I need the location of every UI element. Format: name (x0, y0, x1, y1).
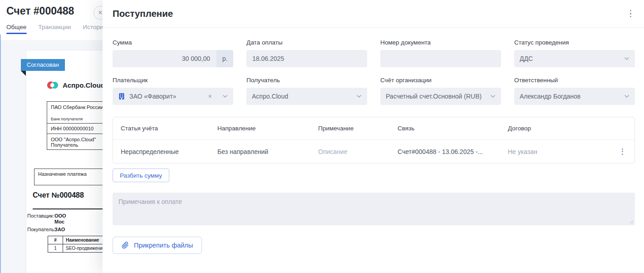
org-account-select[interactable]: Расчетный счет.Основной (RUB) (380, 88, 501, 105)
income-modal: Поступление Сумма 30 000,00 р. Дата опла… (103, 0, 644, 273)
field-responsible: Ответственный Александр Богданов (514, 77, 635, 105)
invoice-items-table: # Наименование 1 SEO-продвижение (48, 236, 103, 253)
notes-wrapper (113, 193, 635, 225)
chevron-down-icon (490, 94, 496, 98)
status-badge[interactable]: Согласован (21, 59, 65, 71)
chevron-down-icon (624, 94, 629, 98)
left-edge-accent (0, 35, 1, 273)
col-note: Примечание (310, 125, 390, 132)
payment-date-input[interactable]: 18.06.2025 (246, 50, 367, 67)
posting-status-value: ДДС (520, 55, 620, 62)
tab-general[interactable]: Общее (6, 24, 26, 30)
modal-body: Сумма 30 000,00 р. Дата оплаты 18.06.202… (103, 28, 644, 254)
bank-details-box: ПАО Сбербанк России Банк получателя ИНН … (47, 101, 103, 150)
allocation-table: Статья учёта Направление Примечание Связ… (113, 117, 635, 164)
recipient-label: Получатель (246, 77, 367, 84)
allocation-table-header: Статья учёта Направление Примечание Связ… (113, 117, 634, 140)
field-amount: Сумма 30 000,00 р. (113, 39, 233, 67)
page-title: Счет #000488 (6, 5, 74, 17)
recipient-select[interactable]: Аспро.Cloud (246, 88, 367, 105)
cell-relation[interactable]: Счет#000488 - 13.06.2025 -... (390, 148, 500, 155)
chevron-down-icon (356, 94, 362, 98)
cell-account-item[interactable]: Нераспределенные (113, 148, 210, 155)
kebab-menu-icon[interactable] (628, 8, 634, 20)
supplier-label: Поставщик: (27, 213, 54, 218)
invoice-page-header: Счет #000488 Общее Транзакции История (0, 0, 103, 41)
document-number-input[interactable] (380, 50, 501, 67)
payment-notes-textarea[interactable] (113, 193, 635, 225)
payer-select[interactable]: ЗАО «Фаворит» × (113, 88, 233, 105)
modal-title: Поступление (113, 8, 173, 19)
field-document-number: Номер документа (380, 39, 501, 67)
amount-input[interactable]: 30 000,00 р. (113, 50, 233, 67)
invoice-logo: Аспро.Cloud (47, 80, 103, 90)
amount-label: Сумма (113, 39, 233, 46)
tab-history[interactable]: История (83, 24, 103, 30)
item-name: SEO-продвижение (63, 244, 103, 253)
active-tab-underline (6, 33, 27, 34)
invoice-heading: Счет №000488 (33, 191, 84, 199)
recipient-label: Получатель (51, 142, 103, 148)
responsible-value: Александр Богданов (520, 93, 620, 100)
field-payer: Плательщик ЗАО «Фаворит» × (113, 77, 233, 105)
col-direction: Направление (210, 125, 310, 132)
col-account-item: Статья учёта (113, 125, 210, 132)
col-relation: Связь (390, 125, 500, 132)
currency-suffix: р. (216, 50, 233, 67)
row-kebab-menu-icon[interactable] (614, 146, 625, 157)
supplier-value-line1: ООО (54, 213, 66, 218)
paperclip-icon (122, 242, 129, 249)
bank-name: ПАО Сбербанк России (51, 104, 103, 110)
table-row: 1 SEO-продвижение (48, 244, 103, 253)
field-recipient: Получатель Аспро.Cloud (246, 77, 367, 105)
amount-value: 30 000,00 (182, 55, 216, 62)
field-payment-date: Дата оплаты 18.06.2025 (246, 39, 367, 67)
fields-grid: Сумма 30 000,00 р. Дата оплаты 18.06.202… (113, 39, 635, 105)
recipient-org: ООО "Аспро.Cloud" (51, 137, 103, 142)
payment-date-label: Дата оплаты (246, 39, 367, 46)
cell-direction[interactable]: Без направлений (210, 148, 310, 155)
buyer-label: Покупатель: (27, 227, 55, 232)
posting-status-label: Статус проведения (514, 39, 635, 46)
recipient-value: Аспро.Cloud (252, 93, 353, 100)
tab-transactions[interactable]: Транзакции (38, 24, 71, 30)
org-account-label: Счёт организации (380, 77, 501, 84)
items-col-number: # (48, 236, 63, 244)
invoice-page-panel: Счет #000488 Общее Транзакции История × … (0, 0, 103, 273)
document-number-label: Номер документа (380, 39, 501, 46)
field-org-account: Счёт организации Расчетный счет.Основной… (380, 77, 501, 105)
payment-purpose-box: Назначение платежа (34, 169, 103, 185)
modal-header: Поступление (103, 0, 644, 28)
attach-files-button[interactable]: Прикрепить файлы (113, 237, 202, 254)
invoice-divider (33, 208, 103, 209)
tab-bar: Общее Транзакции История (6, 24, 103, 30)
bank-name-label: Банк получателя (51, 117, 103, 121)
building-icon (118, 93, 125, 100)
org-account-value: Расчетный счет.Основной (RUB) (386, 93, 487, 100)
attach-files-label: Прикрепить файлы (134, 242, 193, 249)
supplier-value-line2: Мос (54, 219, 64, 224)
item-number: 1 (48, 244, 63, 253)
payer-label: Плательщик (113, 77, 233, 84)
payment-date-value: 18.06.2025 (252, 55, 367, 62)
invoice-document-preview: Аспро.Cloud ПАО Сбербанк России Банк пол… (26, 50, 103, 273)
split-amount-button[interactable]: Разбить сумму (113, 169, 169, 182)
aspro-logo-icon (47, 80, 59, 90)
responsible-label: Ответственный (514, 77, 635, 84)
field-posting-status: Статус проведения ДДС (514, 39, 635, 67)
invoice-logo-text: Аспро.Cloud (63, 81, 103, 89)
items-col-name: Наименование (63, 236, 103, 244)
col-contract: Договор (500, 125, 605, 132)
posting-status-select[interactable]: ДДС (514, 50, 635, 67)
resize-handle[interactable] (629, 219, 634, 224)
clear-icon[interactable]: × (208, 93, 212, 100)
cell-contract[interactable]: Не указан (500, 148, 605, 155)
status-badge-fold (21, 71, 26, 76)
bank-inn: ИНН 00000000010 (47, 123, 103, 134)
buyer-value: ЗАО (54, 227, 65, 232)
payer-value: ЗАО «Фаворит» (129, 93, 208, 100)
cell-note-placeholder[interactable]: Описание (310, 148, 390, 155)
chevron-down-icon (624, 57, 629, 60)
chevron-down-icon (222, 94, 228, 98)
responsible-select[interactable]: Александр Богданов (514, 88, 635, 105)
